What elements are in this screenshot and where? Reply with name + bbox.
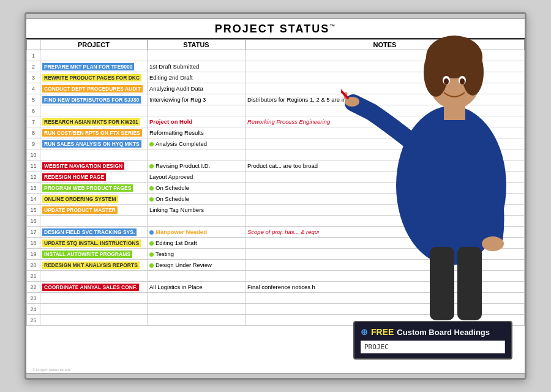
table-row: 1 [27, 50, 525, 61]
project-notes: Reworking Process Engineering [246, 116, 525, 127]
project-status: Interviewing for Reg 3 [148, 94, 246, 105]
promo-title-text: Custom Board Headings [397, 328, 490, 337]
table-row: 8RUN COST/BEN RPTS ON FTX SERIESReformat… [27, 127, 525, 138]
project-status [148, 149, 246, 160]
col-header-num [27, 40, 40, 50]
board-title: PROJECT STATUS™ [26, 19, 525, 39]
project-status [148, 105, 246, 116]
project-notes [246, 50, 525, 61]
row-number: 23 [27, 293, 40, 304]
project-status: Linking Tag Numbers [148, 205, 246, 216]
table-row: 5FIND NEW DISTRIBUTORS FOR SJJ30Intervie… [27, 94, 525, 105]
row-number: 3 [27, 72, 40, 83]
project-notes [246, 172, 525, 183]
project-name: PREPARE MKT PLAN FOR TFE9000 [40, 61, 148, 72]
project-status: Analyzing Audit Data [148, 83, 246, 94]
table-row: 23 [27, 293, 525, 304]
project-status [148, 50, 246, 61]
project-name: RUN COST/BEN RPTS ON FTX SERIES [40, 127, 148, 138]
project-status [148, 271, 246, 282]
row-number: 19 [27, 249, 40, 260]
project-name: PROGRAM WEB PRODUCT PAGES [40, 183, 148, 194]
project-table: PROJECT STATUS NOTES 12PREPARE MKT PLAN … [26, 39, 525, 326]
row-number: 11 [27, 160, 40, 172]
project-name [40, 304, 148, 315]
project-name [40, 50, 148, 61]
project-notes [246, 61, 525, 72]
row-number: 5 [27, 94, 40, 105]
col-header-project: PROJECT [40, 40, 148, 50]
project-notes [246, 105, 525, 116]
project-name [40, 271, 148, 282]
project-status: All Logistics in Place [148, 282, 246, 293]
project-name [40, 149, 148, 160]
row-number: 15 [27, 205, 40, 216]
promo-box: ⊕ FREE Custom Board Headings [353, 321, 512, 360]
row-number: 7 [27, 116, 40, 127]
project-name: UPDATE STQ INSTAL. INSTRUCTIONS [40, 238, 148, 249]
project-notes [246, 238, 525, 249]
project-name [40, 216, 148, 227]
promo-logo-icon: ⊕ [361, 327, 368, 337]
project-status: Design Under Review [148, 260, 246, 271]
promo-free-label: FREE [371, 327, 394, 337]
project-name [40, 315, 148, 326]
table-row: 14ONLINE ORDERING SYSTEMOn Schedule [27, 194, 525, 205]
project-notes [246, 271, 525, 282]
row-number: 1 [27, 50, 40, 61]
table-row: 12REDESIGN HOME PAGELayout Approved [27, 172, 525, 183]
project-notes: Product cat... are too broad [246, 160, 525, 172]
row-number: 12 [27, 172, 40, 183]
row-number: 18 [27, 238, 40, 249]
project-status: Testing [148, 249, 246, 260]
promo-input[interactable] [361, 341, 505, 353]
project-status [148, 304, 246, 315]
project-status: Editing 1st Draft [148, 238, 246, 249]
project-status [148, 293, 246, 304]
project-status: Manpower Needed [148, 227, 246, 238]
row-number: 10 [27, 149, 40, 160]
project-status: Editing 2nd Draft [148, 72, 246, 83]
row-number: 14 [27, 194, 40, 205]
table-row: 6 [27, 105, 525, 116]
project-name: UPDATE PRODUCT MASTER [40, 205, 148, 216]
project-name: WEBSITE NAVIGATION DESIGN [40, 160, 148, 172]
project-notes [246, 127, 525, 138]
project-status [148, 315, 246, 326]
project-notes [246, 293, 525, 304]
project-notes: Scope of proj. has... & requi [246, 227, 525, 238]
project-name: CONDUCT DEPT PROCEDURES AUDIT [40, 83, 148, 94]
row-number: 24 [27, 304, 40, 315]
row-number: 17 [27, 227, 40, 238]
row-number: 4 [27, 83, 40, 94]
project-name: REDESIGN MKT ANALYSIS REPORTS [40, 260, 148, 271]
project-name: RUN SALES ANALYSIS ON HYQ MKTS [40, 138, 148, 149]
table-row: 3REWRITE PRODUCT PAGES FOR DKCEditing 2n… [27, 72, 525, 83]
table-row: 10 [27, 149, 525, 160]
project-name: COORDINATE ANNYAL SALES CONF. [40, 282, 148, 293]
project-status: On Schedule [148, 194, 246, 205]
table-row: 19INSTALL AUTOWRITE PROGRAMSTesting [27, 249, 525, 260]
board-frame-top [26, 14, 525, 19]
project-table-area: PROJECT STATUS NOTES 12PREPARE MKT PLAN … [26, 39, 525, 326]
project-name: INSTALL AUTOWRITE PROGRAMS [40, 249, 148, 260]
row-number: 8 [27, 127, 40, 138]
project-status: Project on Hold [148, 116, 246, 127]
project-name: RESEARCH ASIAN MKTS FOR KW201 [40, 116, 148, 127]
table-row: 4CONDUCT DEPT PROCEDURES AUDITAnalyzing … [27, 83, 525, 94]
table-row: 18UPDATE STQ INSTAL. INSTRUCTIONSEditing… [27, 238, 525, 249]
project-notes: Distributors for Regions 1, 2 & 5 are in [246, 94, 525, 105]
project-notes [246, 249, 525, 260]
table-row: 22COORDINATE ANNYAL SALES CONF.All Logis… [27, 282, 525, 293]
table-row: 11WEBSITE NAVIGATION DESIGNRevising Prod… [27, 160, 525, 172]
whiteboard: PROJECT STATUS™ PROJECT STATUS NOTES 12P… [24, 12, 527, 380]
project-status: Layout Approved [148, 172, 246, 183]
project-notes [246, 304, 525, 315]
project-name: ONLINE ORDERING SYSTEM [40, 194, 148, 205]
project-status: Reformatting Results [148, 127, 246, 138]
project-notes [246, 183, 525, 194]
project-status: 1st Draft Submitted [148, 61, 246, 72]
project-name: REWRITE PRODUCT PAGES FOR DKC [40, 72, 148, 83]
col-header-notes: NOTES [246, 40, 525, 50]
project-name [40, 105, 148, 116]
